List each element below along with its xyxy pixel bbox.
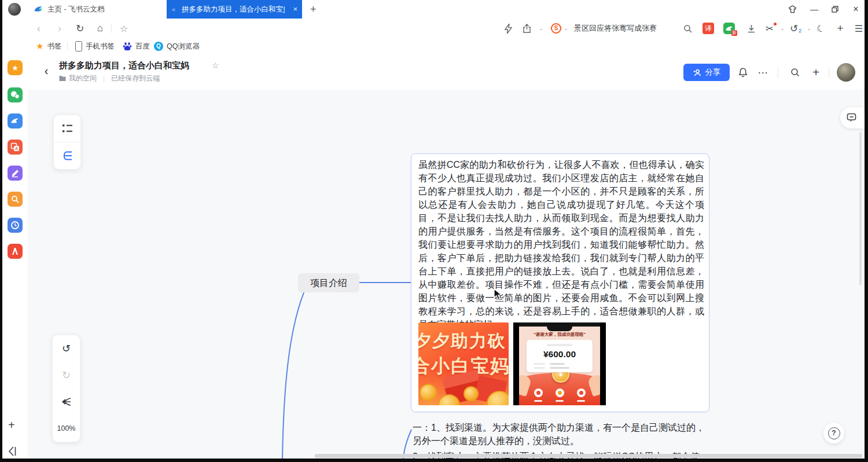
withdraw-screenshot-image[interactable]: “谢谢大家，我成功提现啦” ¥ ¥600.00 — [513, 322, 606, 405]
comment-pill[interactable] — [840, 107, 865, 129]
adobe-pdf-icon[interactable] — [8, 244, 23, 259]
search-icon[interactable] — [681, 21, 694, 35]
bookmark-label: 手机书签 — [86, 42, 115, 52]
collapse-sidebar-button[interactable] — [8, 446, 17, 459]
hot-search-text[interactable]: 景区回应将张骞写成张赛 — [574, 19, 657, 38]
collapse-sidebar-icon — [8, 446, 17, 457]
sogou-caret-icon[interactable]: ⌄ — [562, 21, 569, 35]
doc-search-icon[interactable] — [787, 64, 803, 80]
detail-paragraph: 虽然拼CC家的助力和砍价行为，让很多人不喜欢，但也得承认，确实有不少人也真正提现… — [411, 154, 709, 331]
share-button[interactable]: 分享 — [683, 64, 730, 81]
baidu-paw-icon — [123, 42, 132, 51]
horizontal-scrollbar[interactable] — [315, 454, 862, 458]
save-status: 已经保存到云端 — [111, 74, 160, 83]
mindmap-view-button[interactable] — [54, 142, 80, 169]
undo-button[interactable]: ↺ — [53, 335, 80, 362]
notifications-bell-icon[interactable] — [735, 64, 751, 80]
doc-space-link[interactable]: 我的空间 — [69, 74, 97, 83]
share-channel-icon — [556, 388, 564, 397]
translate-app-icon[interactable]: A — [8, 140, 23, 155]
child-paragraph-1: 一：1、找到渠道。为大家提供两个助力渠道，有一个是自己测试过的，另外一个渠道是别… — [413, 421, 707, 448]
bookmark-folder-item[interactable]: ★ 书签 — [36, 38, 61, 54]
download-icon[interactable] — [744, 21, 758, 35]
phone-icon — [75, 41, 82, 52]
browser-profile-avatar[interactable] — [8, 3, 21, 16]
phone-screen: “谢谢大家，我成功提现啦” ¥ ¥600.00 — [519, 322, 600, 405]
channel-label-bar — [556, 400, 564, 402]
tab-close-icon[interactable]: × — [293, 0, 297, 19]
collapse-branch-button[interactable] — [53, 388, 80, 415]
browser-window: 主页 - 飞书云文档 « 拼多多助力项目，适合小白和宝妈 - × + — × ‹… — [2, 0, 865, 459]
green-extension-icon[interactable]: 新 — [723, 23, 735, 34]
mindmap-node-detail[interactable]: 虽然拼CC家的助力和砍价行为，让很多人不喜欢，但也得承认，确实有不少人也真正提现… — [411, 153, 709, 412]
mindmap-node-topic[interactable]: 项目介绍 — [298, 273, 359, 292]
lightning-icon[interactable] — [501, 21, 515, 35]
bookmark-phone-item[interactable]: 手机书签 — [75, 38, 115, 54]
help-button[interactable]: ? — [823, 423, 844, 443]
tab-bar: 主页 - 飞书云文档 « 拼多多助力项目，适合小白和宝妈 - × + — × — [2, 0, 865, 19]
more-options-button[interactable]: ⋯ — [755, 64, 771, 80]
close-window-button[interactable]: × — [848, 0, 863, 19]
tab-active-doc[interactable]: « 拼多多助力项目，适合小白和宝妈 - × — [167, 0, 302, 19]
doc-add-button[interactable]: + — [808, 64, 824, 80]
text-blur-bar — [547, 344, 572, 346]
restore-button[interactable] — [827, 0, 843, 19]
text-blur-bar — [534, 363, 545, 365]
translate-icon[interactable]: 译 — [703, 23, 714, 34]
mindmap-node-child[interactable]: 一：1、找到渠道。为大家提供两个助力渠道，有一个是自己测试过的，另外一个渠道是别… — [413, 421, 707, 459]
zoom-level[interactable]: 100% — [53, 415, 80, 442]
share-caret-icon[interactable]: ⌄ — [534, 21, 548, 35]
dark-mode-moon-icon[interactable]: ☾ — [812, 20, 829, 36]
redo-button[interactable]: ↻ — [53, 362, 80, 388]
new-tab-button[interactable]: + — [310, 0, 317, 19]
share-channel-icon — [534, 388, 543, 397]
add-node-button[interactable]: + — [8, 419, 15, 432]
toolbar-divider — [111, 24, 112, 33]
folder-icon — [59, 75, 66, 82]
forward-button[interactable]: › — [53, 21, 67, 35]
bookmark-label: 书签 — [47, 42, 61, 52]
bookmark-label: 百度 — [135, 42, 150, 52]
text-blur-bar — [550, 363, 565, 365]
history-clock-icon[interactable] — [8, 218, 23, 233]
doc-back-button[interactable]: ‹ — [38, 63, 54, 79]
search-app-icon[interactable] — [8, 192, 23, 207]
withdraw-amount: ¥600.00 — [527, 349, 593, 360]
bird-share-icon[interactable] — [8, 113, 23, 129]
bookmark-baidu-item[interactable]: 百度 — [123, 38, 150, 54]
user-avatar[interactable] — [837, 63, 855, 82]
outline-view-button[interactable] — [54, 115, 80, 142]
tab-feishu-home[interactable]: 主页 - 飞书云文档 — [25, 0, 167, 19]
sogou-logo-icon[interactable]: S — [551, 23, 561, 34]
bookmark-qq-item[interactable]: Q QQ浏览器 — [154, 38, 200, 54]
wechat-icon[interactable] — [8, 87, 23, 102]
toolbar-add-icon[interactable]: + — [833, 21, 847, 35]
feishu-favicon — [34, 5, 43, 14]
browser-toolbar: ‹ › ↻ ⌂ ☆ ⌄ S ⌄ 景区回应将张骞写成张赛 译 新 ✂ ⌄ ↺ 2 — [2, 19, 865, 39]
back-button[interactable]: ‹ — [32, 21, 46, 35]
promo-image[interactable]: 夕夕助力砍 合小白宝妈 — [418, 322, 509, 405]
tab-title: 主页 - 飞书云文档 — [47, 5, 105, 14]
theme-shirt-icon[interactable] — [785, 0, 800, 19]
help-icon: ? — [828, 427, 840, 439]
share-out-icon[interactable] — [520, 21, 534, 35]
menu-icon[interactable]: ☰ — [852, 21, 865, 35]
minimize-button[interactable]: — — [807, 0, 822, 19]
home-button[interactable]: ⌂ — [93, 21, 107, 35]
text-blur-bar — [550, 367, 569, 369]
share-channel-icon — [577, 388, 586, 397]
favorite-star-icon[interactable]: ☆ — [117, 21, 131, 35]
comment-icon — [847, 113, 856, 123]
doc-meta: 我的空间 | 已经保存到云端 — [59, 74, 160, 83]
bookmark-label: QQ浏览器 — [167, 42, 200, 52]
notes-pen-icon[interactable] — [8, 166, 23, 181]
vertical-scrollbar[interactable] — [859, 132, 862, 285]
tab-back-icon: « — [172, 6, 175, 13]
favorites-star-icon[interactable]: ★ — [8, 60, 23, 75]
mouse-cursor — [494, 288, 503, 301]
refresh-button[interactable]: ↻ — [73, 21, 87, 35]
phone-notch — [547, 327, 572, 331]
share-label: 分享 — [705, 67, 721, 78]
text-blur-bar — [534, 367, 545, 369]
doc-star-icon[interactable]: ☆ — [212, 61, 219, 70]
